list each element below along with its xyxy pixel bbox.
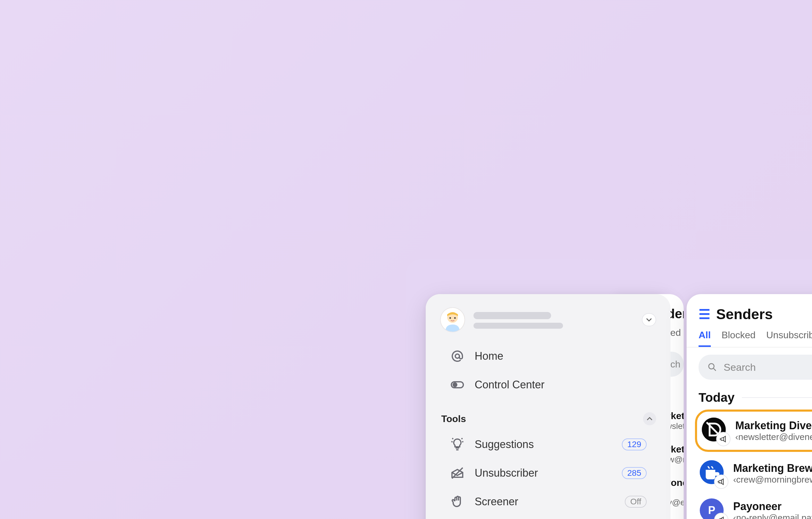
nav-unsubscriber[interactable]: Unsubscriber 285 [441, 459, 655, 487]
screener-off-badge: Off [625, 496, 647, 508]
senders-search-input[interactable]: Search [699, 355, 812, 380]
nav-home-label: Home [475, 350, 503, 362]
sender-name: Marketing Dive: Mobile [735, 419, 812, 432]
sender-row-marketing-dive[interactable]: Marketing Dive: Mobile ‹newsletter@diven… [695, 409, 812, 452]
nav-autoclean[interactable]: Auto Clean [441, 516, 655, 519]
nav-unsubscriber-label: Unsubscriber [475, 467, 538, 479]
at-icon [450, 348, 465, 364]
tab-unsubscribed[interactable]: Unsubscribed [766, 330, 812, 347]
svg-point-18 [709, 364, 714, 369]
svg-point-2 [449, 317, 451, 318]
sender-row-payoneer[interactable]: P Payoneer ‹no-reply@email.payoneer.com›… [695, 492, 812, 519]
nav-screener-label: Screener [475, 495, 518, 508]
account-expand-button[interactable] [642, 313, 656, 326]
unsubscribe-icon [450, 465, 465, 481]
tab-blocked[interactable]: Blocked [722, 330, 756, 347]
senders-tabs: All Blocked Unsubscribed To Folder Keepi… [699, 323, 812, 347]
sender-email: ‹newsletter@divenewsletter.com› [735, 432, 812, 442]
senders-title: Senders [716, 306, 812, 323]
hand-icon [450, 494, 465, 510]
account-label-placeholder [473, 311, 634, 329]
toggle-icon [450, 377, 465, 393]
sender-name: Payoneer [733, 500, 812, 513]
tab-all[interactable]: All [699, 330, 711, 347]
sender-name: Marketing Brew [733, 462, 812, 475]
sidebar-panel: Home Control Center Tools Suggestions 12… [426, 294, 670, 519]
sender-row-marketing-brew[interactable]: Marketing Brew ‹crew@morningbrew.com› 1 [695, 454, 812, 492]
sender-email: ‹no-reply@email.payoneer.com› [733, 513, 812, 519]
nav-screener[interactable]: Screener Off [441, 487, 655, 516]
nav-home[interactable]: Home [441, 342, 655, 370]
senders-list-panel: ☰ Senders All Blocked Unsubscribed To Fo… [687, 294, 812, 519]
section-today-label: Today [699, 391, 735, 405]
account-avatar[interactable] [440, 307, 465, 332]
unsubscriber-count-badge: 285 [622, 467, 647, 479]
nav-control-center-label: Control Center [475, 378, 545, 391]
search-placeholder: Search [724, 362, 756, 373]
svg-point-4 [455, 354, 459, 358]
suggestions-count-badge: 129 [622, 438, 647, 450]
section-tools-header[interactable]: Tools [426, 399, 670, 427]
megaphone-icon [714, 475, 728, 489]
lightbulb-icon [450, 437, 465, 452]
svg-point-3 [454, 317, 456, 318]
sender-email: ‹crew@morningbrew.com› [733, 475, 812, 485]
nav-control-center[interactable]: Control Center [441, 370, 655, 399]
svg-point-6 [453, 383, 457, 387]
megaphone-icon [716, 432, 730, 446]
nav-suggestions-label: Suggestions [475, 438, 534, 451]
list-icon: ☰ [699, 307, 710, 322]
nav-suggestions[interactable]: Suggestions 129 [441, 430, 655, 459]
chevron-up-icon [643, 412, 656, 425]
